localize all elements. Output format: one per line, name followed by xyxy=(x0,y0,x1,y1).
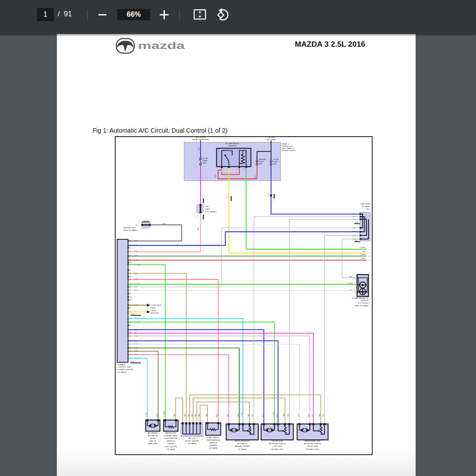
svg-text:SENSOR: SENSOR xyxy=(361,299,368,301)
svg-text:WHT: WHT xyxy=(298,413,300,417)
svg-text:DRIVER SIDE: DRIVER SIDE xyxy=(271,440,283,442)
svg-text:TAN: TAN xyxy=(174,414,175,417)
svg-text:x: x xyxy=(273,200,274,202)
svg-text:2: 2 xyxy=(227,168,227,170)
svg-text:1: 1 xyxy=(197,200,197,201)
svg-text:(BEHIND CENTER: (BEHIND CENTER xyxy=(234,445,250,447)
svg-text:1K: 1K xyxy=(130,275,132,278)
svg-text:TAN: TAN xyxy=(248,414,249,417)
svg-text:EVAPORATOR: EVAPORATOR xyxy=(207,436,219,439)
svg-text:YEL: YEL xyxy=(362,250,366,253)
svg-text:M: M xyxy=(269,429,270,431)
svg-text:AIR MIX ACTUATOR: AIR MIX ACTUATOR xyxy=(304,443,321,445)
svg-text:15A: 15A xyxy=(203,162,206,164)
svg-text:C-02: C-02 xyxy=(355,222,358,223)
svg-text:1P: 1P xyxy=(130,293,132,295)
svg-text:1R: 1R xyxy=(130,299,132,301)
svg-text:(LEFT SIDE: (LEFT SIDE xyxy=(272,445,282,447)
svg-text:TAN: TAN xyxy=(188,414,190,417)
svg-text:5: 5 xyxy=(244,168,245,170)
svg-text:LT GRN: LT GRN xyxy=(273,411,275,417)
svg-text:PASSENGER: PASSENGER xyxy=(165,432,176,434)
svg-text:TAN: TAN xyxy=(195,414,197,417)
svg-text:M: M xyxy=(304,429,305,431)
svg-text:J/B-1: J/B-1 xyxy=(205,205,210,208)
svg-text:TAN: TAN xyxy=(283,414,285,417)
svg-text:BLU: BLU xyxy=(198,147,200,150)
svg-text:1Q: 1Q xyxy=(130,296,132,298)
svg-text:mazda: mazda xyxy=(138,40,185,51)
svg-text:SYSTEM: SYSTEM xyxy=(151,312,159,314)
svg-text:(LOWER CENTER: (LOWER CENTER xyxy=(117,368,133,371)
svg-text:3: 3 xyxy=(237,168,238,170)
svg-text:MAZDA 3 2.5L 2016: MAZDA 3 2.5L 2016 xyxy=(295,40,365,48)
svg-text:OF DASH): OF DASH) xyxy=(361,205,371,208)
svg-text:SENSOR: SENSOR xyxy=(209,442,217,444)
svg-text:RED: RED xyxy=(254,175,256,178)
svg-text:GRY: GRY xyxy=(323,413,324,417)
svg-text:OF HVAC UNIT): OF HVAC UNIT) xyxy=(271,448,284,450)
svg-text:4: 4 xyxy=(369,260,370,261)
svg-text:2: 2 xyxy=(197,216,197,217)
svg-text:M: M xyxy=(233,429,234,431)
svg-text:YEL: YEL xyxy=(227,196,228,199)
svg-text:BRN: BRN xyxy=(156,413,158,417)
svg-text:LT BLU: LT BLU xyxy=(241,412,243,417)
svg-text:PNK: PNK xyxy=(227,413,229,417)
svg-text:RELAY ENERGIZED: RELAY ENERGIZED xyxy=(192,138,208,141)
svg-text:C-02: C-02 xyxy=(355,240,358,242)
svg-text:HVAC UNIT): HVAC UNIT) xyxy=(148,443,158,445)
svg-text:ACTUATOR: ACTUATOR xyxy=(148,435,158,437)
svg-text:BLU: BLU xyxy=(353,213,356,215)
svg-text:C-02: C-02 xyxy=(131,313,134,315)
svg-text:TAN: TAN xyxy=(206,414,208,417)
svg-text:BLU: BLU xyxy=(262,414,264,417)
svg-text:BLU: BLU xyxy=(268,193,269,196)
svg-text:JC-10: JC-10 xyxy=(144,219,149,222)
svg-text:DATA: DATA xyxy=(151,307,156,309)
svg-text:CLIMATE: CLIMATE xyxy=(117,364,125,366)
svg-text:AIR FLOW MODE: AIR FLOW MODE xyxy=(235,440,249,442)
svg-text:(CENTER: (CENTER xyxy=(209,444,217,446)
svg-text:PNK: PNK xyxy=(216,413,218,417)
svg-text:OF DASH): OF DASH) xyxy=(209,447,218,449)
svg-text:(RIGHT SIDE: (RIGHT SIDE xyxy=(307,445,318,447)
svg-text:GRY: GRY xyxy=(252,413,254,417)
svg-text:SIDE OF DASH): SIDE OF DASH) xyxy=(123,229,138,231)
svg-text:SOLAR RADIATION: SOLAR RADIATION xyxy=(352,297,368,299)
svg-text:LEFT CENTER: LEFT CENTER xyxy=(165,446,177,448)
svg-text:2C: 2C xyxy=(130,324,132,327)
svg-text:BLK: BLK xyxy=(163,223,166,225)
svg-text:3: 3 xyxy=(369,256,370,257)
svg-text:TAN: TAN xyxy=(191,414,193,417)
svg-text:SIDE OF DASH): SIDE OF DASH) xyxy=(355,305,369,307)
svg-text:(RIGHT: (RIGHT xyxy=(150,437,156,439)
svg-text:KICK PANEL): KICK PANEL) xyxy=(205,211,217,213)
svg-text:BLK: BLK xyxy=(134,240,138,242)
svg-text:15A: 15A xyxy=(273,163,276,165)
svg-text:END OF: END OF xyxy=(149,440,156,442)
svg-text:Fig 1: Automatic A/C Circuit,: Fig 1: Automatic A/C Circuit, Dual Contr… xyxy=(93,127,227,134)
svg-text:a: a xyxy=(357,213,358,215)
svg-text:GRN: GRN xyxy=(238,413,239,417)
svg-text:BLU: BLU xyxy=(276,414,278,417)
svg-text:1A: 1A xyxy=(130,240,132,242)
svg-text:OF DASH): OF DASH) xyxy=(238,448,247,450)
svg-text:COMPUTER: COMPUTER xyxy=(151,304,162,306)
svg-text:TAN: TAN xyxy=(198,414,200,417)
svg-text:M: M xyxy=(152,425,153,427)
svg-text:(BEHIND LEFT: (BEHIND LEFT xyxy=(123,227,136,229)
svg-text:ENGINE COMPT): ENGINE COMPT) xyxy=(282,149,296,152)
svg-text:1C: 1C xyxy=(130,247,132,249)
svg-text:LT BLU: LT BLU xyxy=(145,412,147,417)
svg-text:PASSENGER SIDE: PASSENGER SIDE xyxy=(305,440,320,442)
svg-text:1T: 1T xyxy=(130,307,132,309)
svg-text:OF HVAC UNIT): OF HVAC UNIT) xyxy=(306,448,320,450)
svg-text:(LEFT SIDE: (LEFT SIDE xyxy=(361,203,371,205)
svg-text:ACTUATOR: ACTUATOR xyxy=(238,443,247,445)
svg-text:(LEFT: (LEFT xyxy=(205,208,211,210)
svg-text:(TOP RIGHT: (TOP RIGHT xyxy=(358,302,368,304)
svg-text:AIR INTAKE: AIR INTAKE xyxy=(148,432,158,434)
svg-text:OF DASH): OF DASH) xyxy=(188,443,197,445)
svg-text:TAN: TAN xyxy=(319,414,320,417)
